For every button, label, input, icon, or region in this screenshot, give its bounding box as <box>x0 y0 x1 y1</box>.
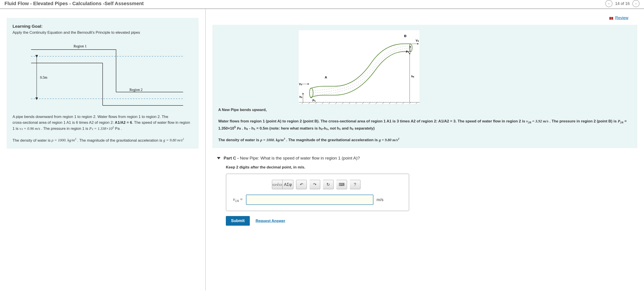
fig-A: A <box>325 75 327 79</box>
region1-label: Region 1 <box>74 44 86 48</box>
fig-V2: V₂ <box>416 39 419 42</box>
fig-h1: h₁ <box>300 95 302 98</box>
learning-goal-panel: Learning Goal: Apply the Continuity Equa… <box>7 18 198 149</box>
caret-down-icon <box>217 157 220 159</box>
reset-button[interactable]: ↻ <box>323 180 334 189</box>
svg-line-25 <box>388 102 391 104</box>
learning-goal-text: Apply the Continuity Equation and the Be… <box>12 30 193 35</box>
learning-goal-title: Learning Goal: <box>12 23 193 30</box>
answer-input[interactable] <box>246 195 374 205</box>
svg-line-21 <box>362 102 364 104</box>
input-row: v1A = m/s <box>233 195 402 205</box>
svg-point-10 <box>410 44 412 52</box>
page-title: Fluid Flow - Elevated Pipes - Calculatio… <box>4 1 144 6</box>
svg-line-18 <box>342 102 344 104</box>
review-icon <box>609 17 613 20</box>
intro-figure: A B V₁ V₂ P₁ P₂ h₁ h₂ <box>299 30 420 104</box>
svg-line-14 <box>314 102 317 104</box>
svg-line-27 <box>402 102 404 104</box>
undo-button[interactable]: ↶ <box>296 180 307 189</box>
fig-V1: V₁ <box>299 82 302 86</box>
svg-line-17 <box>335 102 337 104</box>
unit-label: m/s <box>376 197 384 202</box>
templates-button[interactable]: ▭√▭ <box>272 180 283 189</box>
height-label: 0.5m <box>40 75 48 79</box>
request-answer-link[interactable]: Request Answer <box>256 219 285 223</box>
left-paragraph-2: The density of water is ρ = 1000. kg/m3 … <box>12 137 193 143</box>
intro-line2: Water flows from region 1 (point A) to r… <box>218 118 632 131</box>
intro-line1: A New Pipe bends upward, <box>218 107 632 113</box>
intro-line3: The density of water is ρ = 1000. kg/m3 … <box>218 137 632 143</box>
svg-line-16 <box>328 102 330 104</box>
variable-label: v1A = <box>233 197 243 203</box>
svg-line-13 <box>308 102 310 104</box>
svg-line-15 <box>321 102 324 104</box>
left-paragraph-1: A pipe bends downward from region 1 to r… <box>12 114 193 131</box>
svg-line-19 <box>348 102 350 104</box>
keyboard-button[interactable]: ⌨ <box>336 180 347 189</box>
svg-line-24 <box>382 102 384 104</box>
page-header: Fluid Flow - Elevated Pipes - Calculatio… <box>0 0 644 9</box>
answer-area: Keep 2 digits after the decimal point, i… <box>226 165 637 226</box>
svg-line-28 <box>408 102 411 104</box>
svg-line-12 <box>301 102 304 104</box>
fig-B: B <box>404 34 406 38</box>
next-button[interactable]: › <box>632 0 640 7</box>
item-nav: ‹ 14 of 16 › <box>605 0 640 7</box>
equation-toolbar: ▭√▭ ΑΣφ ↶ ↷ ↻ ⌨ ? <box>255 180 380 189</box>
fig-P2: P₂ <box>406 50 409 53</box>
submit-row: Submit Request Answer <box>226 216 637 226</box>
fig-P1: P₁ <box>312 99 316 102</box>
intro-panel: A B V₁ V₂ P₁ P₂ h₁ h₂ A New Pipe bends u… <box>212 25 637 148</box>
right-column: Review <box>206 9 644 291</box>
svg-line-23 <box>375 102 377 104</box>
prev-button[interactable]: ‹ <box>605 0 612 7</box>
region2-label: Region 2 <box>130 88 142 92</box>
part-header[interactable]: Part C - New Pipe: What is the speed of … <box>212 153 637 165</box>
svg-line-22 <box>368 102 370 104</box>
symbols-button[interactable]: ΑΣφ <box>283 180 294 189</box>
part-title: Part C - New Pipe: What is the speed of … <box>224 156 360 161</box>
review-link[interactable]: Review <box>615 16 628 20</box>
left-diagram: Region 1 Region 2 0.5m <box>18 41 188 112</box>
progress-text: 14 of 16 <box>615 1 630 6</box>
svg-line-29 <box>415 102 418 104</box>
submit-button[interactable]: Submit <box>226 216 250 226</box>
svg-line-26 <box>395 102 397 104</box>
left-column: Learning Goal: Apply the Continuity Equa… <box>0 9 206 291</box>
svg-line-20 <box>355 102 357 104</box>
fig-h2: h₂ <box>411 75 414 78</box>
redo-button[interactable]: ↷ <box>310 180 320 189</box>
hint-text: Keep 2 digits after the decimal point, i… <box>226 165 637 170</box>
answer-frame: ▭√▭ ΑΣφ ↶ ↷ ↻ ⌨ ? v1A = m/s <box>226 174 409 211</box>
help-button[interactable]: ? <box>350 180 360 189</box>
